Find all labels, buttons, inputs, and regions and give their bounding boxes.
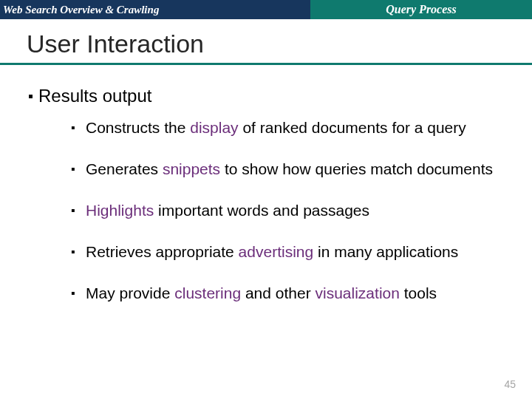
title-area: User Interaction bbox=[0, 19, 532, 58]
square-bullet-icon: ▪ bbox=[71, 201, 86, 220]
slide: Web Search Overview & Crawling Query Pro… bbox=[0, 0, 532, 399]
square-bullet-icon: ▪ bbox=[71, 242, 86, 262]
text-accent: advertising bbox=[239, 243, 314, 260]
text-accent: snippets bbox=[163, 160, 220, 177]
text-pre: Generates bbox=[86, 160, 163, 177]
topbar-left: Web Search Overview & Crawling bbox=[0, 0, 310, 19]
level2-text: Retrieves appropriate advertising in man… bbox=[86, 242, 458, 262]
text-accent: clustering bbox=[174, 284, 241, 301]
text-pre: Retrieves appropriate bbox=[86, 243, 239, 260]
bullet-level2: ▪ Generates snippets to show how queries… bbox=[71, 160, 510, 179]
text-mid: and other bbox=[241, 284, 315, 301]
topbar: Web Search Overview & Crawling Query Pro… bbox=[0, 0, 532, 19]
text-post: important words and passages bbox=[154, 202, 369, 219]
bullet-level2: ▪ Retrieves appropriate advertising in m… bbox=[71, 242, 510, 262]
text-pre: Constructs the bbox=[86, 119, 190, 136]
bullet-level2: ▪ Highlights important words and passage… bbox=[71, 201, 510, 220]
text-accent: Highlights bbox=[86, 202, 154, 219]
text-post: of ranked documents for a query bbox=[239, 119, 466, 136]
square-bullet-icon: ▪ bbox=[71, 284, 86, 303]
topbar-right: Query Process bbox=[310, 0, 532, 19]
level2-text: Highlights important words and passages bbox=[86, 201, 369, 220]
bullet-level1: ▪ Results output bbox=[28, 86, 510, 106]
text-post: to show how queries match documents bbox=[220, 160, 493, 177]
square-bullet-icon: ▪ bbox=[28, 86, 38, 106]
page-number: 45 bbox=[504, 378, 516, 390]
bullet-level2: ▪ May provide clustering and other visua… bbox=[71, 284, 510, 303]
bullet-level2: ▪ Constructs the display of ranked docum… bbox=[71, 118, 510, 137]
sub-bullets: ▪ Constructs the display of ranked docum… bbox=[28, 118, 510, 303]
text-accent: display bbox=[190, 119, 238, 136]
slide-title: User Interaction bbox=[27, 30, 532, 58]
text-pre: May provide bbox=[86, 284, 174, 301]
level1-text: Results output bbox=[38, 86, 151, 106]
level2-text: Constructs the display of ranked documen… bbox=[86, 118, 466, 137]
text-accent2: visualization bbox=[316, 284, 400, 301]
content: ▪ Results output ▪ Constructs the displa… bbox=[0, 65, 532, 303]
text-post: in many applications bbox=[313, 243, 458, 260]
level2-text: May provide clustering and other visuali… bbox=[86, 284, 437, 303]
square-bullet-icon: ▪ bbox=[71, 118, 86, 137]
square-bullet-icon: ▪ bbox=[71, 160, 86, 179]
text-post2: tools bbox=[400, 284, 437, 301]
level2-text: Generates snippets to show how queries m… bbox=[86, 160, 493, 179]
